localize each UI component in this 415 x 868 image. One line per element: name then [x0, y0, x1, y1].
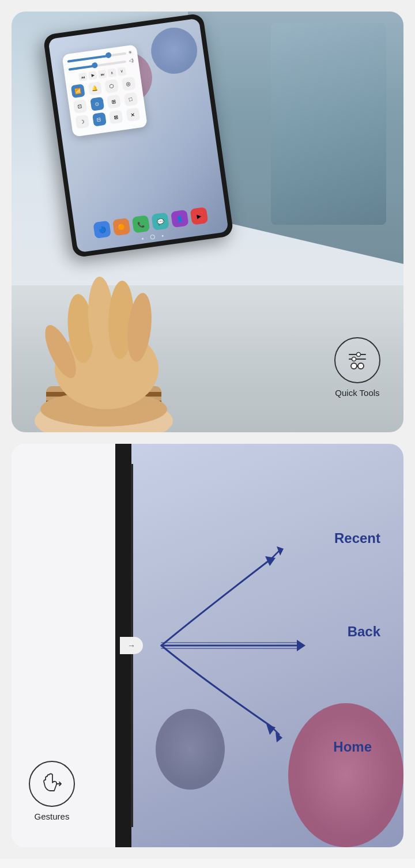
city-overlay — [271, 23, 386, 225]
right-panel: Recent Back Home — [127, 444, 403, 847]
tablet-screen: ✳ ◁) ⏮ ▶ ⏭ ∧ — [48, 18, 228, 252]
prev-btn[interactable]: ⏮ — [78, 72, 88, 81]
volume-fill — [69, 65, 95, 70]
quick-tools-badge: Quick Tools — [334, 337, 380, 398]
nfc-icon[interactable]: ◎ — [121, 77, 135, 91]
svg-point-12 — [357, 353, 361, 357]
quick-tools-icon-circle — [334, 337, 380, 383]
svg-point-17 — [357, 365, 359, 367]
svg-point-16 — [358, 363, 364, 369]
vol-down-btn[interactable]: ∨ — [117, 67, 126, 76]
nav-back — [142, 237, 144, 239]
screenshot-icon[interactable]: ⊡ — [73, 99, 88, 114]
dock-app-2: 🟠 — [112, 218, 131, 236]
svg-marker-24 — [277, 546, 284, 556]
page-container: ✳ ◁) ⏮ ▶ ⏭ ∧ — [0, 0, 415, 859]
left-panel: Gestures — [12, 444, 127, 847]
record-icon[interactable]: ⊙ — [90, 97, 104, 111]
svg-marker-22 — [265, 556, 276, 566]
wifi-icon[interactable]: 📶 — [71, 84, 85, 98]
brightness-icon: ✳ — [128, 50, 133, 55]
nav-recent — [161, 235, 163, 236]
tablet-device: ✳ ◁) ⏮ ▶ ⏭ ∧ — [43, 13, 234, 258]
nav-home — [150, 235, 155, 240]
close-icon[interactable]: ✕ — [126, 108, 140, 122]
dock-app-5: 👤 — [171, 210, 189, 228]
svg-line-23 — [271, 550, 280, 559]
dock-app-6: ▶ — [190, 207, 209, 225]
power-icon[interactable]: ⊞ — [107, 95, 121, 109]
svg-point-14 — [352, 357, 356, 361]
quick-tools-card: ✳ ◁) ⏮ ▶ ⏭ ∧ — [12, 12, 403, 432]
sound-icon[interactable]: 🔔 — [88, 81, 102, 96]
dock-app-4: 💬 — [151, 212, 169, 231]
tablet-navbar — [141, 233, 164, 241]
play-btn[interactable]: ▶ — [88, 71, 97, 80]
gesture-arrows-svg — [127, 444, 403, 847]
bluetooth-icon[interactable]: ⬡ — [104, 79, 119, 93]
gestures-badge: Gestures — [29, 761, 75, 821]
recent-label: Recent — [334, 530, 380, 546]
home-label: Home — [333, 739, 372, 755]
next-btn[interactable]: ⏭ — [98, 70, 107, 79]
icon3[interactable]: ⊠ — [109, 110, 123, 124]
settings-icon[interactable]: □ — [123, 92, 138, 107]
gestures-label: Gestures — [35, 812, 70, 821]
dock-app-3: 📞 — [132, 215, 150, 233]
back-label: Back — [348, 624, 380, 640]
quick-tools-icon — [345, 348, 370, 373]
volume-icon: ◁) — [129, 58, 134, 63]
dock-app-1: 🔵 — [93, 221, 111, 239]
brightness-thumb — [105, 52, 111, 58]
gestures-icon — [38, 770, 66, 798]
gestures-icon-circle — [29, 761, 75, 807]
svg-marker-21 — [297, 640, 305, 651]
vol-up-btn[interactable]: ∧ — [108, 68, 117, 77]
wallpaper-shape-3 — [148, 25, 200, 77]
gestures-card: Gestures → — [12, 444, 403, 847]
brightness-fill — [67, 54, 109, 62]
quick-panel: ✳ ◁) ⏮ ▶ ⏭ ∧ — [62, 44, 148, 137]
quick-tools-label: Quick Tools — [335, 388, 379, 398]
icon2[interactable]: ⊟ — [92, 112, 107, 127]
volume-thumb — [91, 62, 97, 68]
edge-swipe-indicator: → — [120, 637, 143, 654]
svg-point-15 — [351, 363, 357, 369]
moon-icon[interactable]: ☽ — [75, 115, 89, 129]
